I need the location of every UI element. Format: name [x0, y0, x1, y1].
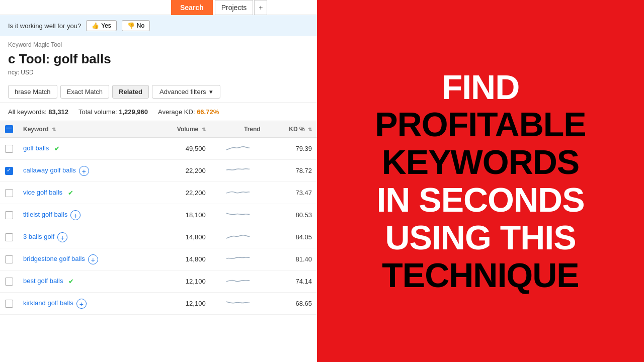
keyword-sort-icon[interactable]: ⇅ [52, 127, 56, 132]
kd-cell: 74.14 [266, 270, 317, 293]
row-checkbox[interactable] [5, 300, 13, 308]
trend-cell [211, 248, 266, 270]
col-trend: Trend [211, 121, 266, 138]
feedback-question: Is it working well for you? [8, 22, 81, 30]
row-checkbox-cell [0, 204, 18, 226]
keyword-cell[interactable]: golf balls✔ [18, 138, 150, 160]
exact-match-button[interactable]: Exact Match [60, 85, 110, 99]
row-checkbox-cell [0, 226, 18, 248]
advanced-filters-button[interactable]: Advanced filters ▾ [152, 85, 220, 99]
sparkline-icon [225, 231, 251, 241]
keyword-cell[interactable]: titleist golf balls+ [18, 204, 150, 226]
sparkline-icon [225, 253, 251, 263]
projects-button[interactable]: Projects [215, 0, 254, 15]
right-panel: FIND PROFITABLE KEYWORDS IN SECONDS USIN… [317, 0, 644, 362]
row-checkbox[interactable] [5, 255, 13, 263]
header-checkbox[interactable] [5, 125, 13, 133]
chevron-down-icon: ▾ [209, 88, 213, 96]
sparkline-icon [225, 298, 251, 308]
keyword-cell[interactable]: 3 balls golf+ [18, 226, 150, 248]
row-checkbox[interactable] [5, 145, 13, 153]
yes-button[interactable]: 👍 Yes [86, 20, 117, 31]
row-checkbox[interactable] [5, 211, 13, 219]
table-header-row: Keyword ⇅ Volume ⇅ Trend KD % ⇅ [0, 121, 317, 138]
keyword-cell[interactable]: best golf balls✔ [18, 270, 150, 293]
currency-row: ncy: USD [0, 68, 317, 81]
blue-plus-icon[interactable]: + [70, 210, 80, 220]
sparkline-icon [225, 143, 251, 153]
blue-plus-icon[interactable]: + [88, 254, 98, 264]
row-checkbox-cell [0, 138, 18, 160]
keyword-cell[interactable]: bridgestone golf balls+ [18, 248, 150, 270]
row-checkbox[interactable] [5, 189, 13, 197]
table-row: titleist golf balls+18,10080.53 [0, 204, 317, 226]
volume-cell: 14,800 [150, 226, 211, 248]
trend-cell [211, 293, 266, 315]
row-checkbox-cell [0, 270, 18, 293]
kd-cell: 81.40 [266, 248, 317, 270]
col-volume: Volume ⇅ [150, 121, 211, 138]
thumbs-down-icon: 👎 [127, 22, 135, 29]
row-checkbox-cell [0, 182, 18, 204]
projects-plus-button[interactable]: + [254, 0, 267, 15]
table-row: callaway golf balls+22,20078.72 [0, 160, 317, 182]
keyword-cell[interactable]: vice golf balls✔ [18, 182, 150, 204]
keyword-cell[interactable]: kirkland golf balls+ [18, 293, 150, 315]
phrase-match-button[interactable]: hrase Match [8, 85, 57, 99]
trend-cell [211, 182, 266, 204]
volume-cell: 18,100 [150, 204, 211, 226]
breadcrumb: Keyword Magic Tool [0, 36, 317, 49]
kd-cell: 79.39 [266, 138, 317, 160]
left-panel: Search Projects + Is it working well for… [0, 0, 317, 362]
sparkline-icon [225, 209, 251, 219]
blue-plus-icon[interactable]: + [76, 299, 87, 309]
header-checkbox-col [0, 121, 18, 138]
keyword-cell[interactable]: callaway golf balls+ [18, 160, 150, 182]
table-row: best golf balls✔12,10074.14 [0, 270, 317, 293]
thumbs-up-icon: 👍 [92, 22, 99, 29]
volume-cell: 49,500 [150, 138, 211, 160]
volume-cell: 14,800 [150, 248, 211, 270]
kd-sort-icon[interactable]: ⇅ [308, 127, 312, 132]
filter-row: hrase Match Exact Match Related Advanced… [0, 81, 317, 103]
col-keyword: Keyword ⇅ [18, 121, 150, 138]
keyword-table: Keyword ⇅ Volume ⇅ Trend KD % ⇅ golf bal… [0, 121, 317, 315]
row-checkbox[interactable] [5, 233, 13, 241]
blue-plus-icon[interactable]: + [57, 232, 67, 242]
green-check-icon[interactable]: ✔ [65, 188, 75, 198]
table-row: vice golf balls✔22,20073.47 [0, 182, 317, 204]
total-volume-stat: Total volume: 1,229,960 [78, 108, 148, 116]
volume-cell: 12,100 [150, 293, 211, 315]
table-row: kirkland golf balls+12,10068.65 [0, 293, 317, 315]
related-button[interactable]: Related [112, 85, 149, 99]
sparkline-icon [225, 165, 251, 175]
promo-text: FIND PROFITABLE KEYWORDS IN SECONDS USIN… [375, 68, 586, 294]
all-keywords-stat: All keywords: 83,312 [8, 108, 68, 116]
table-row: golf balls✔49,50079.39 [0, 138, 317, 160]
green-check-icon[interactable]: ✔ [66, 277, 76, 287]
trend-cell [211, 138, 266, 160]
row-checkbox-cell [0, 248, 18, 270]
blue-plus-icon[interactable]: + [79, 166, 89, 176]
trend-cell [211, 226, 266, 248]
volume-cell: 22,200 [150, 182, 211, 204]
kd-cell: 73.47 [266, 182, 317, 204]
kd-cell: 84.05 [266, 226, 317, 248]
sparkline-icon [225, 276, 251, 286]
green-check-icon[interactable]: ✔ [52, 144, 62, 154]
avg-kd-stat: Average KD: 66.72% [158, 108, 219, 116]
volume-sort-icon[interactable]: ⇅ [202, 127, 206, 132]
row-checkbox-cell [0, 160, 18, 182]
row-checkbox-cell [0, 293, 18, 315]
no-button[interactable]: 👎 No [122, 20, 150, 31]
row-checkbox[interactable] [5, 278, 13, 286]
trend-cell [211, 204, 266, 226]
trend-cell [211, 160, 266, 182]
feedback-bar: Is it working well for you? 👍 Yes 👎 No [0, 15, 317, 36]
row-checkbox[interactable] [5, 167, 13, 175]
kd-cell: 68.65 [266, 293, 317, 315]
search-button[interactable]: Search [171, 0, 213, 15]
col-kd: KD % ⇅ [266, 121, 317, 138]
stats-row: All keywords: 83,312 Total volume: 1,229… [0, 103, 317, 121]
top-nav: Search Projects + [0, 0, 317, 15]
